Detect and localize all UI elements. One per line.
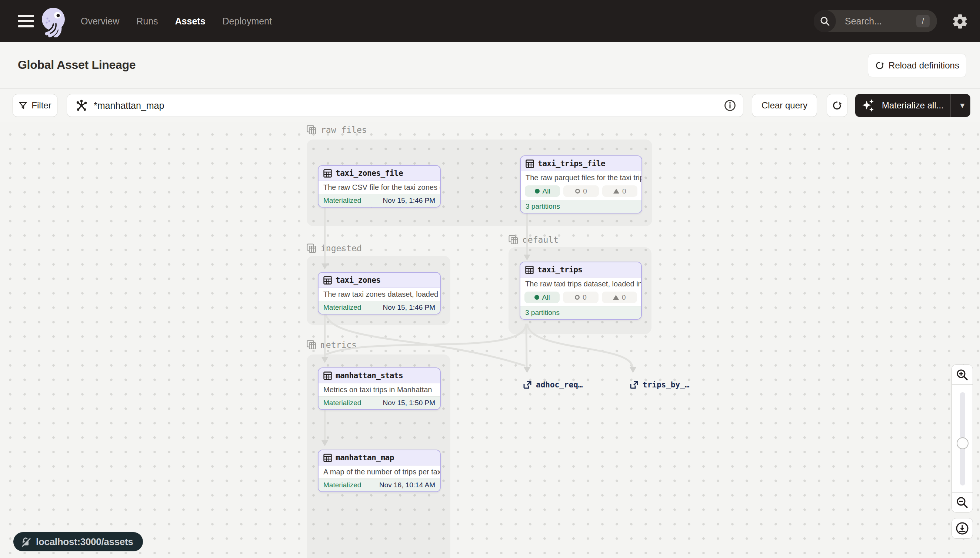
asset-node-manhattan-map[interactable]: manhattan_map A map of the number of tri…: [318, 450, 441, 492]
zoom-out-icon: [956, 496, 968, 509]
group-name: default: [522, 235, 558, 245]
asset-node-taxi-zones[interactable]: taxi_zones The raw taxi zones dataset, l…: [318, 272, 441, 315]
partitions-materialized-pill[interactable]: All: [524, 292, 560, 303]
materialize-all-button[interactable]: Materialize all... ▼: [855, 94, 970, 117]
asset-node-taxi-zones-file[interactable]: taxi_zones_file The raw CSV file for the…: [318, 165, 441, 208]
download-graph-button[interactable]: [952, 518, 973, 539]
reload-definitions-button[interactable]: Reload definitions: [868, 54, 966, 77]
settings-gear-icon[interactable]: [950, 12, 970, 31]
materialize-dropdown-caret[interactable]: ▼: [954, 94, 970, 117]
partitions-failed-pill[interactable]: 0: [602, 185, 637, 197]
external-link-icon: [523, 381, 532, 389]
asset-status-footer: Materialized Nov 15, 1:46 PM: [318, 301, 440, 314]
zoom-in-button[interactable]: [952, 364, 973, 385]
nav-link-deployment[interactable]: Deployment: [222, 16, 272, 27]
asset-title: manhattan_map: [336, 453, 394, 462]
asset-node-taxi-trips[interactable]: taxi_trips The raw taxi trips dataset, l…: [520, 262, 642, 320]
pill-label: 0: [583, 187, 587, 195]
asset-group-icon: [307, 243, 316, 253]
asset-node-header: taxi_trips_file: [521, 156, 641, 171]
browser-url-status-pill: localhost:3000/assets: [13, 532, 143, 551]
table-icon: [323, 276, 332, 284]
status-badge: Materialized: [323, 304, 361, 312]
asset-node-header: manhattan_map: [318, 450, 440, 466]
asset-group-icon: [307, 125, 316, 135]
asset-node-header: taxi_trips: [520, 263, 641, 277]
external-asset-label: adhoc_req…: [536, 381, 583, 389]
group-label-metrics[interactable]: metrics: [307, 340, 357, 350]
partitions-missing-pill[interactable]: 0: [563, 185, 598, 197]
clear-query-label: Clear query: [761, 100, 807, 111]
filter-label: Filter: [31, 100, 51, 111]
partitions-missing-pill[interactable]: 0: [563, 292, 598, 303]
materialization-timestamp[interactable]: Nov 15, 1:46 PM: [382, 197, 435, 205]
asset-description: The raw taxi zones dataset, loaded int..…: [318, 288, 440, 301]
external-asset-adhoc-request[interactable]: adhoc_req…: [523, 381, 583, 389]
materialization-timestamp[interactable]: Nov 16, 10:14 AM: [379, 481, 435, 489]
table-icon: [323, 371, 332, 380]
search-icon: [814, 10, 836, 32]
group-label-ingested[interactable]: ingested: [307, 243, 362, 253]
refresh-icon: [875, 61, 884, 70]
nav-link-runs[interactable]: Runs: [136, 16, 158, 27]
asset-query-input[interactable]: *manhattan_map: [67, 94, 743, 117]
nav-link-overview[interactable]: Overview: [81, 16, 119, 27]
partitions-materialized-pill[interactable]: All: [525, 185, 560, 197]
table-icon: [323, 454, 332, 462]
hamburger-menu-icon[interactable]: [18, 15, 34, 27]
filled-dot-icon: [535, 189, 540, 194]
ring-icon: [575, 295, 580, 300]
group-name: ingested: [321, 243, 362, 253]
graph-query-icon: [75, 99, 88, 112]
group-name: raw_files: [321, 125, 367, 135]
asset-title: taxi_zones: [336, 276, 380, 284]
refresh-graph-button[interactable]: [827, 94, 847, 117]
asset-description: A map of the number of trips per taxi z.…: [318, 466, 440, 478]
partition-health-pills: All 0 0: [521, 184, 641, 200]
table-icon: [323, 169, 332, 177]
dagster-logo-icon[interactable]: [39, 6, 69, 38]
lineage-graph-canvas[interactable]: raw_files ingested default metrics: [0, 122, 980, 558]
dagster-app: Overview Runs Assets Deployment Search..…: [0, 0, 980, 558]
asset-description: The raw parquet files for the taxi trips…: [521, 171, 641, 184]
global-search-input[interactable]: Search... /: [814, 10, 937, 32]
sparkles-icon: [862, 98, 875, 113]
filter-button[interactable]: Filter: [13, 94, 58, 117]
group-name: metrics: [321, 340, 357, 350]
asset-node-taxi-trips-file[interactable]: taxi_trips_file The raw parquet files fo…: [520, 156, 642, 213]
asset-status-footer: Materialized Nov 16, 10:14 AM: [318, 478, 440, 491]
status-badge: Materialized: [323, 197, 361, 205]
reload-definitions-label: Reload definitions: [888, 60, 959, 71]
page-title: Global Asset Lineage: [18, 58, 135, 72]
materialization-timestamp[interactable]: Nov 15, 1:50 PM: [382, 399, 435, 407]
nav-link-assets[interactable]: Assets: [175, 16, 206, 27]
asset-description: The raw CSV file for the taxi zones dat.…: [318, 181, 440, 194]
partition-health-pills: All 0 0: [520, 290, 641, 306]
asset-description: The raw taxi trips dataset, loaded into …: [520, 277, 641, 290]
group-label-raw-files[interactable]: raw_files: [307, 125, 367, 135]
asset-title: taxi_trips: [537, 265, 582, 274]
zoom-slider-panel: [952, 384, 973, 492]
asset-node-manhattan-stats[interactable]: manhattan_stats Metrics on taxi trips in…: [318, 368, 441, 410]
table-icon: [525, 159, 534, 168]
ring-icon: [575, 189, 580, 194]
query-info-icon[interactable]: [724, 99, 736, 112]
partitions-count-footer: 3 partitions: [521, 200, 641, 213]
zoom-slider-track[interactable]: [960, 392, 965, 486]
funnel-icon: [18, 101, 27, 110]
asset-title: taxi_zones_file: [336, 169, 403, 177]
asset-title: taxi_trips_file: [538, 159, 605, 168]
top-nav-bar: Overview Runs Assets Deployment Search..…: [0, 0, 980, 42]
partitions-failed-pill[interactable]: 0: [602, 292, 637, 303]
status-badge: Materialized: [323, 399, 361, 407]
materialization-timestamp[interactable]: Nov 15, 1:46 PM: [382, 304, 435, 312]
triangle-icon: [613, 189, 619, 194]
external-asset-trips-by[interactable]: trips_by_…: [630, 381, 689, 389]
clear-query-button[interactable]: Clear query: [752, 94, 817, 117]
partitions-count-footer: 3 partitions: [520, 306, 641, 319]
asset-title: manhattan_stats: [336, 371, 403, 380]
zoom-slider-thumb[interactable]: [957, 437, 968, 449]
asset-status-footer: Materialized Nov 15, 1:46 PM: [318, 194, 440, 207]
group-label-default[interactable]: default: [509, 235, 558, 245]
zoom-out-button[interactable]: [952, 492, 973, 512]
